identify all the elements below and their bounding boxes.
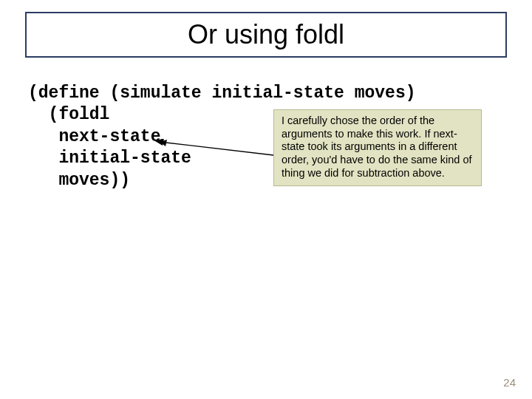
code-line-4: initial-state <box>28 149 191 168</box>
slide-title: Or using foldl <box>188 19 344 50</box>
callout-box: I carefully chose the order of the argum… <box>273 109 482 186</box>
page-number: 24 <box>503 376 516 389</box>
code-line-3: next-state <box>28 127 160 146</box>
code-line-1: (define (simulate initial-state moves) <box>28 83 416 103</box>
title-box: Or using foldl <box>25 12 507 58</box>
code-line-2: (foldl <box>28 105 109 124</box>
code-line-5: moves)) <box>28 171 130 190</box>
callout-text: I carefully chose the order of the argum… <box>282 115 472 179</box>
